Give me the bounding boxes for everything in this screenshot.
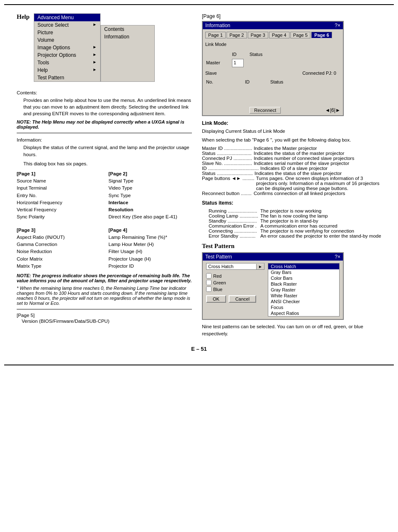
tp-cancel-button[interactable]: Cancel <box>229 295 256 303</box>
page2-resolution: Resolution <box>108 206 192 213</box>
arrow-icon: ► <box>93 52 97 58</box>
arrow-icon: ► <box>93 45 97 51</box>
page-col-2-4: [Page 2] Signal Type Video Type Sync Typ… <box>108 170 192 270</box>
page2-direct: Direct Key (See also page E-41) <box>108 213 192 220</box>
info-content: Link Mode ID Status Master 1 <box>205 41 340 100</box>
page4-heading: [Page 4] <box>108 227 192 234</box>
tp-left-panel: Cross Hatch ► Red Green <box>206 263 264 317</box>
menu-item-picture[interactable]: Picture <box>34 29 100 36</box>
page1-vfreq: Vertical Frequency <box>17 206 100 213</box>
tab-page4[interactable]: Page 4 <box>269 32 290 38</box>
status-items: Running ...................... The proje… <box>209 208 381 238</box>
tab-page3[interactable]: Page 3 <box>248 32 268 38</box>
note2: NOTE: The progress indicator shows the p… <box>17 273 192 283</box>
page2-synctype: Sync Type <box>108 192 192 199</box>
menu-item-source[interactable]: Source Select ► <box>34 21 100 29</box>
menu-item-help[interactable]: Help ► <box>34 66 100 74</box>
tp-list-item-graybars[interactable]: Gray Bars <box>268 269 339 275</box>
reconnect-button[interactable]: Reconnect <box>249 107 281 114</box>
tab-page2[interactable]: Page 2 <box>227 32 247 38</box>
page6-label: [Page 6] <box>202 13 381 19</box>
note3: * When the remaining lamp time reaches 0… <box>17 286 192 306</box>
test-pattern-title: Test Pattern <box>202 243 381 250</box>
right-column: [Page 6] Information ?× Page 1 Page 2 Pa… <box>202 13 381 339</box>
note1: NOTE: The Help Menu may not be displayed… <box>17 119 192 129</box>
master-table: ID Status Master 1 <box>205 50 340 68</box>
page1-input: Input Terminal <box>17 185 100 192</box>
left-column: Help Advanced Menu Source Select ► Pictu… <box>17 13 192 339</box>
help-title: Help <box>17 13 30 84</box>
status-items-heading: Status items: <box>202 200 381 206</box>
menu-item-image[interactable]: Image Options ► <box>34 44 100 51</box>
menu-item-label: Help <box>38 67 48 73</box>
tp-pattern-list: Cross Hatch Gray Bars Color Bars Black R… <box>268 263 340 317</box>
arrow-icon: ► <box>93 22 97 28</box>
page2-signal: Signal Type <box>108 177 192 185</box>
tp-list-item-grayraster[interactable]: Gray Raster <box>268 287 339 293</box>
page4-lamphr: Lamp Hour Meter (H) <box>108 241 192 248</box>
tp-dropdown-arrow[interactable]: ► <box>256 264 264 269</box>
master-id-field[interactable]: 1 <box>232 59 244 67</box>
tp-list-item-aspectratios[interactable]: Aspect Ratios <box>268 310 339 316</box>
tp-right-panel: Cross Hatch Gray Bars Color Bars Black R… <box>268 263 340 317</box>
tp-dropdown[interactable]: Cross Hatch ► <box>206 263 264 270</box>
menu-item-label: Picture <box>38 30 53 35</box>
tp-list-item-focus[interactable]: Focus <box>268 304 339 310</box>
submenu-item-information[interactable]: Information <box>101 33 154 41</box>
tp-list-item-blackraster[interactable]: Black Raster <box>268 281 339 287</box>
tp-checkbox-blue: Blue <box>206 286 264 292</box>
tp-close-btn[interactable]: ?× <box>335 254 340 260</box>
slave-table: No. ID Status <box>205 78 340 100</box>
page3-color: Color Matrix <box>17 256 100 263</box>
nav-arrows[interactable]: ◄|6|► <box>325 107 340 113</box>
menu-item-volume[interactable]: Volume <box>34 36 100 44</box>
tp-ok-button[interactable]: OK <box>206 295 226 303</box>
menu-item-projector[interactable]: Projector Options ► <box>34 51 100 59</box>
menu-item-label: Volume <box>38 37 54 43</box>
desc-master-id: Master ID ..................... Indicate… <box>202 146 381 151</box>
dialog-tabs: Page 1 Page 2 Page 3 Page 4 Page 5 Page … <box>205 32 340 38</box>
tp-list-item-crosshatch[interactable]: Cross Hatch <box>268 263 339 269</box>
status-connecting: Connecting ................. The project… <box>209 228 381 233</box>
menu-item-label: Advanced Menu <box>38 15 74 20</box>
tp-blue-checkbox[interactable] <box>206 286 212 292</box>
link-mode-title: Link Mode: <box>202 120 381 126</box>
test-pattern-dialog: Test Pattern ?× Cross Hatch ► Red <box>202 252 344 320</box>
slave-status-header: Status <box>270 79 340 86</box>
tp-green-label: Green <box>213 280 226 285</box>
tp-buttons: OK Cancel <box>206 295 264 303</box>
desc-reconnect: Reconnect button ........ Confirms conne… <box>202 191 381 196</box>
menu-item-advanced[interactable]: Advanced Menu <box>34 14 100 21</box>
desc-connected-pj: Connected PJ .............. Indicates nu… <box>202 156 381 161</box>
dialog-close-btn[interactable]: ?× <box>335 23 340 28</box>
tab-page5[interactable]: Page 5 <box>290 32 311 38</box>
link-mode-text2: When selecting the tab "Page 6 ", you wi… <box>202 137 381 144</box>
divider2 <box>17 309 192 309</box>
tab-page1[interactable]: Page 1 <box>205 32 226 38</box>
page1-source: Source Name <box>17 177 100 185</box>
link-mode-label: Link Mode <box>205 41 340 48</box>
tp-list-item-ansichecker[interactable]: ANSI Checker <box>268 299 339 304</box>
page5-text: Version (BIOS/Firmware/Data/SUB-CPU) <box>22 319 192 324</box>
page2-video: Video Type <box>108 185 192 192</box>
page2-interlace: Interlace <box>108 199 192 206</box>
status-running: Running ...................... The proje… <box>209 208 381 213</box>
tp-red-checkbox[interactable] <box>206 273 212 279</box>
page2-heading: [Page 2] <box>108 170 192 177</box>
main-menu: Advanced Menu Source Select ► Picture Vo… <box>34 13 101 82</box>
submenu-item-contents[interactable]: Contents <box>101 25 154 33</box>
tp-list-item-colorbars[interactable]: Color Bars <box>268 275 339 281</box>
page5-heading: [Page 5] <box>17 313 192 318</box>
page1-sync: Sync Polarity <box>17 213 100 220</box>
info-dialog: Information ?× Page 1 Page 2 Page 3 Page… <box>202 21 344 116</box>
slave-row: Slave Connected PJ: 0 <box>205 70 340 77</box>
desc-slave-no: Slave No. ..................... Indicate… <box>202 161 381 166</box>
desc-status-master: Status .......................... Indica… <box>202 151 381 156</box>
tp-list-item-whiteraster[interactable]: White Raster <box>268 293 339 299</box>
page-col-1-2: [Page 1] Source Name Input Terminal Entr… <box>17 170 100 270</box>
tab-page6[interactable]: Page 6 <box>311 32 332 38</box>
menu-item-tools[interactable]: Tools ► <box>34 59 100 66</box>
menu-item-testpattern[interactable]: Test Pattern <box>34 74 100 81</box>
tp-green-checkbox[interactable] <box>206 280 212 285</box>
info-text1: Displays the status of the current signa… <box>23 144 192 157</box>
